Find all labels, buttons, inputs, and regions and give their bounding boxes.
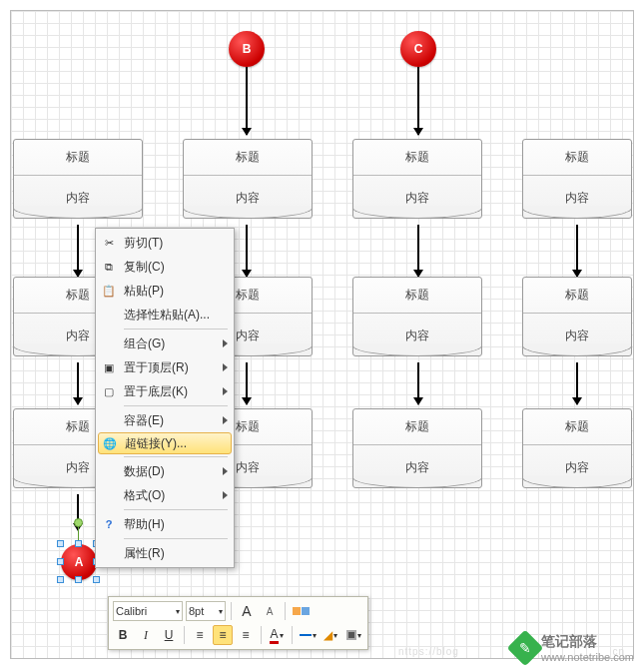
selection-handle[interactable] bbox=[57, 540, 64, 547]
line-color-button[interactable]: ▾ bbox=[298, 625, 318, 645]
chevron-down-icon: ▾ bbox=[333, 631, 337, 640]
menu-item-help[interactable]: ? 帮助(H) bbox=[98, 512, 232, 536]
background-watermark: nttps://blog bbox=[398, 646, 459, 657]
menu-label: 选择性粘贴(A)... bbox=[124, 307, 228, 324]
fill-color-button[interactable]: ◢▾ bbox=[321, 625, 340, 645]
flow-node[interactable]: 标题 内容 bbox=[522, 408, 632, 488]
node-content: 内容 bbox=[353, 176, 481, 220]
selection-handle[interactable] bbox=[57, 576, 64, 583]
connector-arrow[interactable] bbox=[576, 225, 578, 277]
toolbar-separator bbox=[231, 602, 232, 620]
connector-arrow[interactable] bbox=[417, 67, 419, 135]
shadow-button[interactable]: ▾ bbox=[343, 625, 363, 645]
bring-front-icon: ▣ bbox=[100, 358, 118, 376]
node-content: 内容 bbox=[353, 314, 481, 357]
node-content: 内容 bbox=[523, 176, 631, 220]
connector-arrow[interactable] bbox=[246, 225, 248, 277]
menu-item-group[interactable]: 组合(G) bbox=[98, 332, 232, 355]
menu-label: 格式(O) bbox=[124, 487, 223, 504]
selection-handle[interactable] bbox=[93, 576, 100, 583]
paste-icon: 📋 bbox=[100, 282, 118, 300]
submenu-arrow-icon bbox=[223, 467, 228, 475]
connector-arrow[interactable] bbox=[77, 225, 79, 277]
align-center-icon: ≡ bbox=[219, 628, 226, 642]
menu-separator bbox=[124, 405, 228, 406]
node-content: 内容 bbox=[14, 176, 142, 220]
blank-icon bbox=[100, 334, 118, 352]
connector-arrow[interactable] bbox=[77, 362, 79, 404]
selection-handle[interactable] bbox=[75, 576, 82, 583]
shrink-font-button[interactable]: A bbox=[260, 601, 280, 621]
watermark-logo-icon: ✎ bbox=[507, 630, 544, 667]
align-center-button[interactable]: ≡ bbox=[213, 625, 233, 645]
connector-arrow[interactable] bbox=[417, 225, 419, 277]
flow-node[interactable]: 标题 内容 bbox=[522, 139, 632, 219]
shape-circle-a-selected[interactable]: A bbox=[61, 544, 97, 580]
styles-icon bbox=[293, 607, 310, 615]
connector-arrow[interactable] bbox=[576, 362, 578, 404]
menu-item-paste[interactable]: 📋 粘贴(P) bbox=[98, 279, 232, 303]
menu-label: 复制(C) bbox=[124, 259, 228, 276]
shape-circle-c[interactable]: C bbox=[400, 31, 436, 67]
align-left-icon: ≡ bbox=[196, 628, 203, 642]
menu-item-cut[interactable]: ✂ 剪切(T) bbox=[98, 231, 232, 255]
blank-icon bbox=[100, 462, 118, 480]
connector-arrow[interactable] bbox=[417, 362, 419, 404]
node-title: 标题 bbox=[523, 278, 631, 314]
italic-icon: I bbox=[144, 628, 148, 643]
menu-label: 容器(E) bbox=[124, 412, 223, 429]
connector-arrow[interactable] bbox=[246, 67, 248, 135]
flow-node[interactable]: 标题 内容 bbox=[522, 277, 632, 356]
menu-label: 属性(R) bbox=[124, 545, 228, 562]
align-right-button[interactable]: ≡ bbox=[236, 625, 256, 645]
selection-handle[interactable] bbox=[57, 558, 64, 565]
menu-label: 剪切(T) bbox=[124, 235, 228, 252]
help-icon: ? bbox=[100, 515, 118, 533]
menu-item-properties[interactable]: 属性(R) bbox=[98, 541, 232, 565]
node-content: 内容 bbox=[523, 314, 631, 357]
flow-node[interactable]: 标题 内容 bbox=[352, 408, 482, 488]
flow-node[interactable]: 标题 内容 bbox=[352, 139, 482, 219]
menu-item-bring-front[interactable]: ▣ 置于顶层(R) bbox=[98, 355, 232, 379]
watermark-url: www.notetribe.com bbox=[541, 651, 634, 663]
submenu-arrow-icon bbox=[223, 387, 228, 395]
grow-font-button[interactable]: A bbox=[237, 601, 257, 621]
menu-separator bbox=[124, 456, 228, 457]
connector-arrow[interactable] bbox=[246, 362, 248, 404]
selection-handle[interactable] bbox=[75, 540, 82, 547]
italic-button[interactable]: I bbox=[136, 625, 156, 645]
menu-item-hyperlink[interactable]: 🌐 超链接(Y)... bbox=[98, 432, 232, 454]
menu-label: 数据(D) bbox=[124, 463, 223, 480]
menu-label: 超链接(Y)... bbox=[125, 435, 227, 452]
font-size-value: 8pt bbox=[189, 605, 204, 617]
shape-circle-b[interactable]: B bbox=[229, 31, 265, 67]
font-family-select[interactable]: Calibri▾ bbox=[113, 601, 183, 621]
mini-format-toolbar: Calibri▾ 8pt▾ A A B I U ≡ ≡ ≡ A▾ ▾ ◢▾ ▾ bbox=[108, 596, 368, 650]
underline-button[interactable]: U bbox=[159, 625, 179, 645]
menu-item-copy[interactable]: ⧉ 复制(C) bbox=[98, 255, 232, 279]
grow-font-icon: A bbox=[242, 603, 251, 619]
menu-item-format[interactable]: 格式(O) bbox=[98, 483, 232, 507]
menu-item-container[interactable]: 容器(E) bbox=[98, 408, 232, 432]
bucket-icon: ◢ bbox=[323, 628, 332, 642]
styles-button[interactable] bbox=[291, 601, 311, 621]
menu-item-send-back[interactable]: ▢ 置于底层(K) bbox=[98, 379, 232, 403]
flow-node[interactable]: 标题 内容 bbox=[183, 139, 313, 219]
menu-label: 帮助(H) bbox=[124, 516, 228, 533]
node-title: 标题 bbox=[353, 278, 481, 314]
align-left-button[interactable]: ≡ bbox=[190, 625, 210, 645]
bold-button[interactable]: B bbox=[113, 625, 133, 645]
hyperlink-icon: 🌐 bbox=[101, 434, 119, 452]
menu-item-data[interactable]: 数据(D) bbox=[98, 459, 232, 483]
blank-icon bbox=[100, 486, 118, 504]
flow-node[interactable]: 标题 内容 bbox=[13, 139, 143, 219]
node-content: 内容 bbox=[184, 176, 312, 220]
rotate-handle-icon[interactable] bbox=[74, 518, 83, 527]
circle-label: A bbox=[75, 555, 84, 569]
menu-item-paste-special[interactable]: 选择性粘贴(A)... bbox=[98, 303, 232, 327]
context-menu: ✂ 剪切(T) ⧉ 复制(C) 📋 粘贴(P) 选择性粘贴(A)... 组合(G… bbox=[95, 228, 235, 568]
flow-node[interactable]: 标题 内容 bbox=[352, 277, 482, 356]
node-title: 标题 bbox=[353, 140, 481, 176]
font-color-button[interactable]: A▾ bbox=[267, 625, 287, 645]
font-size-select[interactable]: 8pt▾ bbox=[186, 601, 226, 621]
